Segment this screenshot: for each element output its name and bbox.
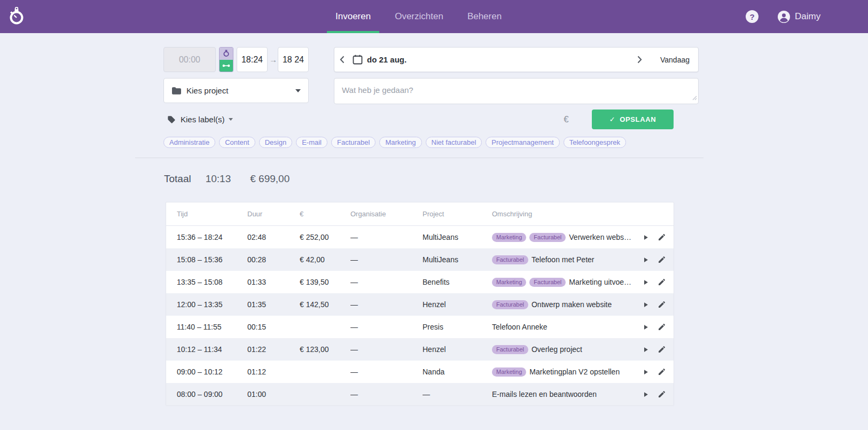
totals-row: Totaal 10:13 € 699,00 xyxy=(164,173,290,185)
table-body: 15:36 – 18:2402:48€ 252,00—MultiJeansMar… xyxy=(166,226,674,405)
end-time-input[interactable] xyxy=(278,47,309,72)
label-chip-content[interactable]: Content xyxy=(219,137,255,148)
cell-tijd: 15:08 – 15:36 xyxy=(177,255,247,264)
cell-omschrijving: E-mails lezen en beantwoorden xyxy=(492,390,635,398)
pencil-icon xyxy=(658,345,666,354)
chevron-down-icon xyxy=(295,89,301,92)
current-date-label[interactable]: do 21 aug. xyxy=(367,55,406,64)
labels-select-value: Kies label(s) xyxy=(181,115,225,124)
play-icon xyxy=(642,323,650,331)
play-button[interactable] xyxy=(640,255,650,264)
cell-euro: € 123,00 xyxy=(300,345,350,354)
edit-button[interactable] xyxy=(657,232,667,242)
description-text: Marketing uitvoer - s… xyxy=(569,278,632,286)
stopwatch-icon xyxy=(223,50,230,57)
label-chips: AdministratieContentDesignE-mailFacturab… xyxy=(163,137,626,148)
cell-organisatie: — xyxy=(350,345,423,354)
tab-beheren[interactable]: Beheren xyxy=(459,0,510,33)
tab-overzichten[interactable]: Overzichten xyxy=(386,0,452,33)
label-chip-e-mail[interactable]: E-mail xyxy=(296,137,327,148)
label-badge-marketing: Marketing xyxy=(492,233,526,242)
currency-euro-icon[interactable]: € xyxy=(560,110,573,129)
duration-input[interactable] xyxy=(163,47,216,72)
cell-duur: 01:00 xyxy=(247,390,300,398)
edit-button[interactable] xyxy=(657,345,667,354)
edit-button[interactable] xyxy=(657,277,667,287)
description-text: Telefoon met Peter xyxy=(531,255,595,264)
label-chip-telefoongesprek[interactable]: Telefoongesprek xyxy=(564,137,626,148)
time-range-mode-button[interactable] xyxy=(220,60,233,72)
tag-icon xyxy=(167,115,176,124)
label-badge-facturabel: Facturabel xyxy=(529,233,566,242)
cell-omschrijving: FacturabelOntwerp maken website xyxy=(492,300,635,309)
start-time-input[interactable] xyxy=(237,47,268,72)
cell-organisatie: — xyxy=(350,278,423,286)
username-label: Daimy xyxy=(795,11,820,22)
label-badge-marketing: Marketing xyxy=(492,368,526,377)
label-chip-facturabel[interactable]: Facturabel xyxy=(331,137,376,148)
description-text: Marketingplan V2 opstellen xyxy=(529,368,620,376)
label-chip-administratie[interactable]: Administratie xyxy=(163,137,215,148)
save-button[interactable]: ✓ OPSLAAN xyxy=(592,110,674,129)
total-duration: 10:13 xyxy=(206,173,231,185)
play-button[interactable] xyxy=(640,322,650,332)
play-button[interactable] xyxy=(640,232,650,242)
cell-euro: € 142,50 xyxy=(300,300,350,309)
label-chip-niet-facturabel[interactable]: Niet facturabel xyxy=(426,137,482,148)
cell-omschrijving: FacturabelTelefoon met Peter xyxy=(492,255,635,264)
label-chip-marketing[interactable]: Marketing xyxy=(379,137,421,148)
edit-button[interactable] xyxy=(657,255,667,264)
previous-day-button[interactable] xyxy=(334,48,349,72)
user-menu[interactable]: Daimy xyxy=(778,0,820,33)
cell-duur: 01:35 xyxy=(247,300,300,309)
edit-button[interactable] xyxy=(657,300,667,309)
row-actions xyxy=(635,389,674,399)
calendar-icon[interactable] xyxy=(353,54,363,65)
today-button[interactable]: Vandaag xyxy=(647,56,698,64)
table-row: 13:35 – 15:0801:33€ 139,50—BenefitsMarke… xyxy=(166,271,674,293)
timer-mode-button[interactable] xyxy=(220,48,233,60)
play-button[interactable] xyxy=(640,277,650,287)
total-label: Totaal xyxy=(164,173,191,185)
play-icon xyxy=(642,390,650,398)
description-input[interactable] xyxy=(334,78,699,104)
description-text: Verwerken website p… xyxy=(569,233,632,241)
cell-organisatie: — xyxy=(350,390,423,398)
labels-select[interactable]: Kies label(s) xyxy=(167,110,233,129)
label-chip-design[interactable]: Design xyxy=(259,137,292,148)
cell-organisatie: — xyxy=(350,255,423,264)
description-text: Overleg project xyxy=(531,345,582,354)
column-header-organisatie: Organisatie xyxy=(350,210,423,218)
table-row: 11:40 – 11:5500:15—PresisTelefoon Anneke xyxy=(166,316,674,338)
edit-button[interactable] xyxy=(657,322,667,332)
cell-project: Presis xyxy=(423,323,492,331)
play-button[interactable] xyxy=(640,367,650,377)
tab-invoeren[interactable]: Invoeren xyxy=(327,0,379,33)
edit-button[interactable] xyxy=(657,367,667,377)
label-chip-projectmanagement[interactable]: Projectmanagement xyxy=(486,137,559,148)
help-icon[interactable]: ? xyxy=(746,10,758,23)
table-row: 15:36 – 18:2402:48€ 252,00—MultiJeansMar… xyxy=(166,226,674,248)
play-icon xyxy=(642,256,650,264)
cell-tijd: 08:00 – 09:00 xyxy=(177,390,247,398)
column-header-omschrijving: Omschrijving xyxy=(492,210,635,218)
project-select[interactable]: Kies project xyxy=(163,78,309,103)
cell-organisatie: — xyxy=(350,323,423,331)
play-button[interactable] xyxy=(640,345,650,354)
description-text: Ontwerp maken website xyxy=(531,300,612,309)
play-icon xyxy=(642,368,650,376)
cell-tijd: 15:36 – 18:24 xyxy=(177,233,247,241)
date-navigator: do 21 aug. Vandaag xyxy=(334,47,699,72)
save-button-label: OPSLAAN xyxy=(620,115,656,123)
column-header-duur: Duur xyxy=(247,210,300,218)
next-day-button[interactable] xyxy=(632,56,647,64)
pencil-icon xyxy=(658,300,666,309)
play-button[interactable] xyxy=(640,389,650,399)
description-text: E-mails lezen en beantwoorden xyxy=(492,390,597,398)
column-header-project: Project xyxy=(423,210,492,218)
edit-button[interactable] xyxy=(657,389,667,399)
cell-organisatie: — xyxy=(350,368,423,376)
play-button[interactable] xyxy=(640,300,650,309)
time-range-icon xyxy=(222,64,230,67)
label-badge-facturabel: Facturabel xyxy=(492,345,528,354)
